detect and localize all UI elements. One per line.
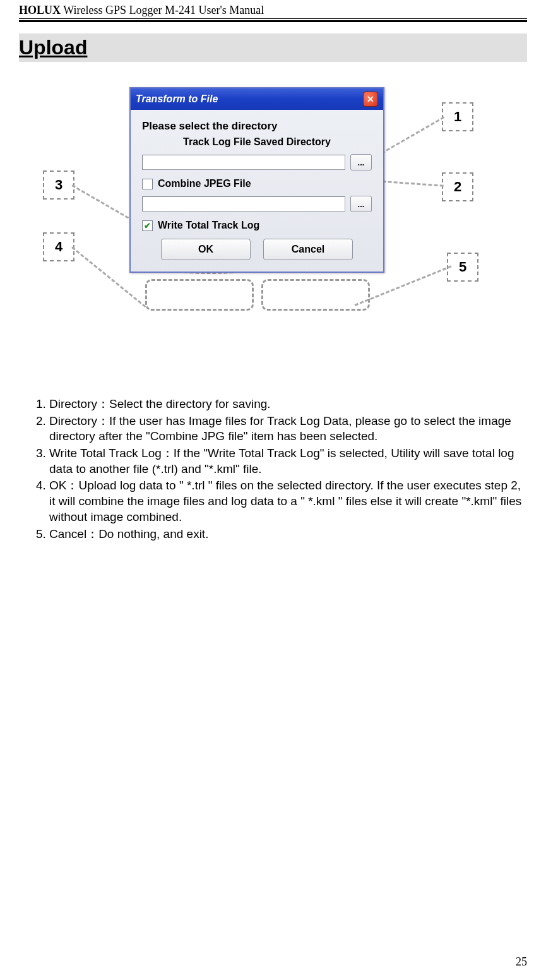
list-item: Directory：If the user has Image files fo… [49,414,527,445]
callout-4: 4 [43,232,74,261]
combine-checkbox[interactable] [142,179,153,189]
browse-button-1[interactable]: ... [350,154,372,170]
doc-header: HOLUX Wireless GPS Logger M-241 User's M… [19,0,527,17]
dialog-subtitle: Track Log File Saved Directory [142,136,372,148]
brand-bold: HOLUX [19,4,61,16]
list-item: OK：Upload log data to " *.trl " files on… [49,478,527,525]
callout-3: 3 [43,170,74,200]
close-icon[interactable]: ✕ [363,92,378,107]
dialog-titlebar: Transform to File ✕ [131,88,383,110]
dialog-body: Please select the directory Track Log Fi… [131,110,383,272]
callout-1: 1 [442,102,473,131]
figure-area: 1 2 3 4 5 Transform to File ✕ Please sel… [19,87,527,390]
transform-dialog: Transform to File ✕ Please select the di… [129,87,384,273]
list-item: Write Total Track Log：If the "Write Tota… [49,446,527,477]
row-directory-2: ... [142,196,372,212]
instructions: Directory：Select the directory for savin… [19,397,527,542]
brand-rest: Wireless GPS Logger M-241 User's Manual [61,4,264,16]
cancel-button[interactable]: Cancel [263,239,353,260]
page-number: 25 [516,955,527,969]
list-item: Directory：Select the directory for savin… [49,397,527,412]
browse-button-2[interactable]: ... [350,196,372,212]
directory-input-1[interactable] [142,155,345,170]
dialog-button-row: OK Cancel [142,239,372,260]
write-total-row: Write Total Track Log [142,220,372,231]
combine-row: Combine JPEG File [142,178,372,189]
directory-input-2[interactable] [142,196,345,212]
callout-2: 2 [442,172,473,201]
ok-button[interactable]: OK [161,239,251,260]
dialog-title: Transform to File [136,93,218,105]
write-total-label: Write Total Track Log [158,220,259,231]
header-rule [19,18,527,22]
highlight-cancel [261,279,370,311]
highlight-ok [145,279,254,311]
write-total-checkbox[interactable] [142,220,153,231]
row-directory-1: ... [142,154,372,170]
combine-label: Combine JPEG File [158,178,251,189]
section-title: Upload [19,33,527,62]
list-item: Cancel：Do nothing, and exit. [49,527,527,542]
dialog-prompt: Please select the directory [142,120,372,133]
